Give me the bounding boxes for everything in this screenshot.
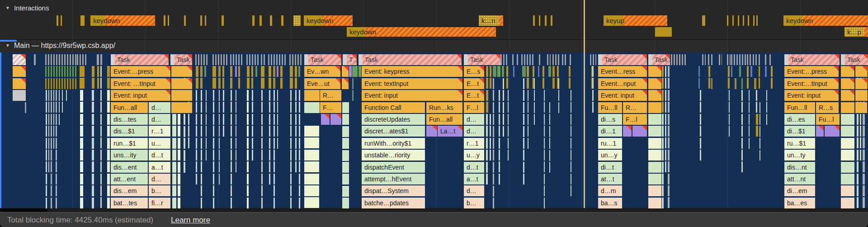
interactions-track-header[interactable]: ▼Interactions (5, 4, 49, 12)
flame-cell-functioncall[interactable]: Function Call (362, 102, 425, 113)
flame-cell[interactable] (13, 90, 26, 101)
flame-cell[interactable] (841, 66, 854, 77)
flame-cell-r1[interactable]: r…1 (149, 126, 170, 137)
flame-cell-task[interactable]: Task (784, 54, 840, 65)
interaction-tick[interactable] (222, 15, 224, 26)
flame-cell-unty[interactable]: un…ty (784, 150, 815, 161)
flame-cell-di$1[interactable]: di…$1 (784, 126, 815, 137)
flame-cell-discretates$1[interactable]: discret…ates$1 (362, 126, 425, 137)
flame-cell[interactable] (648, 162, 661, 173)
flame-cell-dispatchevent[interactable]: dispatchEvent (362, 162, 425, 173)
flame-cell-funll[interactable]: Fun…ll (784, 102, 815, 113)
flame-cell-eventpress[interactable]: Event:…press (784, 66, 839, 77)
interaction-tick[interactable] (164, 15, 165, 26)
flame-cell-dis$1[interactable]: dis…$1 (111, 126, 148, 137)
flame-cell[interactable] (648, 114, 661, 125)
flame-cell[interactable] (321, 114, 330, 125)
flame-cell-dis[interactable]: di…s (598, 114, 622, 125)
flame-cell-dies[interactable]: di…es (784, 114, 815, 125)
flame-cell-task[interactable]: Task (170, 54, 192, 65)
flame-cell-fl[interactable]: F…l (623, 114, 647, 125)
flame-cell-discreteupdates[interactable]: discreteUpdates (362, 114, 425, 125)
flame-cell[interactable] (841, 114, 854, 125)
flame-cell-r[interactable]: R… (623, 102, 647, 113)
main-track-header[interactable]: ▼Main — https://9sr5wp.csb.app/ (5, 42, 115, 50)
interaction-tick[interactable] (259, 15, 262, 26)
flame-cell-r1[interactable]: r…1 (464, 138, 484, 149)
flame-cell-disent[interactable]: dis…ent (111, 162, 148, 173)
flame-cell-rs[interactable]: R…s (816, 102, 839, 113)
interaction-bar-keydown[interactable]: keydown (347, 27, 496, 37)
interaction-tick[interactable] (168, 15, 169, 26)
flame-cell[interactable] (648, 174, 661, 184)
flame-cell[interactable] (841, 198, 854, 208)
flame-cell-task[interactable]: Task (598, 54, 647, 65)
flame-cell[interactable] (330, 114, 341, 125)
flame-cell-d[interactable]: d… (149, 102, 170, 113)
flame-cell-eventtextinput[interactable]: Event: textInput (362, 78, 462, 89)
flame-cell[interactable] (841, 150, 854, 161)
interaction-tick[interactable] (743, 15, 744, 26)
flame-cell-f[interactable]: F… (320, 102, 341, 113)
interaction-tick[interactable] (732, 15, 734, 26)
flame-cell-b[interactable]: b… (149, 185, 170, 196)
flame-cell-att[interactable]: at…t (598, 174, 622, 184)
flame-cell-full[interactable]: Fu…ll (598, 102, 622, 113)
flame-cell[interactable] (841, 90, 854, 101)
interaction-tick[interactable] (748, 15, 749, 26)
flame-cell-d[interactable]: d… (464, 126, 484, 137)
flame-cell-bas[interactable]: ba…s (598, 198, 622, 208)
flame-cell[interactable] (342, 66, 349, 77)
flame-cell-ru1[interactable]: ru…1 (598, 138, 622, 149)
flame-cell-eventinput[interactable]: Event: input (362, 90, 462, 101)
flame-cell-r[interactable]: R… (320, 90, 341, 101)
flame-cell-eventtinput[interactable]: Event:…tInput (784, 78, 839, 89)
flame-cell-dt[interactable]: d…t (464, 162, 484, 173)
flame-cell[interactable] (426, 126, 437, 137)
flame-cell-funall[interactable]: Fun…all (426, 114, 462, 125)
flame-cell-run$1[interactable]: run…$1 (111, 138, 148, 149)
flame-cell-task[interactable]: Task (648, 54, 670, 65)
flame-cell-dm[interactable]: d…m (598, 185, 622, 196)
flame-cell-at[interactable]: a…t (149, 162, 170, 173)
flame-cell-disnt[interactable]: dis…nt (784, 162, 815, 173)
flame-cell[interactable] (304, 102, 320, 113)
flame-cell-ful[interactable]: Fu…l (816, 114, 840, 125)
interaction-tick[interactable] (545, 15, 547, 26)
interaction-tick[interactable] (205, 15, 206, 26)
flame-cell[interactable] (623, 126, 632, 137)
flame-cell[interactable] (841, 138, 854, 149)
flame-cell-baes[interactable]: ba…es (784, 198, 815, 208)
interaction-tick[interactable] (281, 15, 283, 26)
flame-cell-eventpress[interactable]: Event:…press (111, 66, 170, 77)
flame-cell[interactable] (648, 66, 661, 77)
flame-cell[interactable] (825, 126, 840, 137)
flame-cell-task[interactable]: Task (111, 54, 169, 65)
scrollbar-thumb[interactable] (0, 208, 47, 212)
interaction-tick[interactable] (252, 15, 255, 26)
interaction-tick[interactable] (753, 15, 755, 26)
interaction-tick[interactable] (539, 15, 540, 26)
flame-cell[interactable] (855, 66, 867, 77)
flame-cell[interactable] (648, 150, 661, 161)
interaction-tick[interactable] (655, 27, 672, 37)
flame-cell[interactable] (171, 102, 192, 113)
flame-cell-et[interactable]: E…t (464, 90, 484, 101)
interaction-tick[interactable] (57, 15, 58, 26)
flame-cell-t[interactable]: T… (343, 54, 357, 65)
interaction-bar-keydown[interactable]: keydown (783, 15, 868, 26)
flame-cell-battes[interactable]: bat…tes (111, 198, 148, 208)
flame-cell-funall[interactable]: Fun…all (111, 102, 148, 113)
interaction-tick[interactable] (756, 15, 758, 26)
flame-cell[interactable] (841, 102, 854, 113)
flame-cell[interactable] (841, 174, 854, 184)
flame-cell[interactable] (171, 90, 192, 101)
flame-cell[interactable] (648, 198, 661, 208)
interaction-bar-keydown[interactable]: keydown (90, 15, 155, 26)
flame-cell[interactable] (632, 126, 647, 137)
playhead-marker[interactable] (584, 0, 585, 208)
interaction-tick[interactable] (200, 15, 202, 26)
flame-cell[interactable] (359, 66, 361, 77)
flame-cell-evwn[interactable]: Ev…wn (304, 66, 340, 77)
flame-cell[interactable] (816, 126, 824, 137)
